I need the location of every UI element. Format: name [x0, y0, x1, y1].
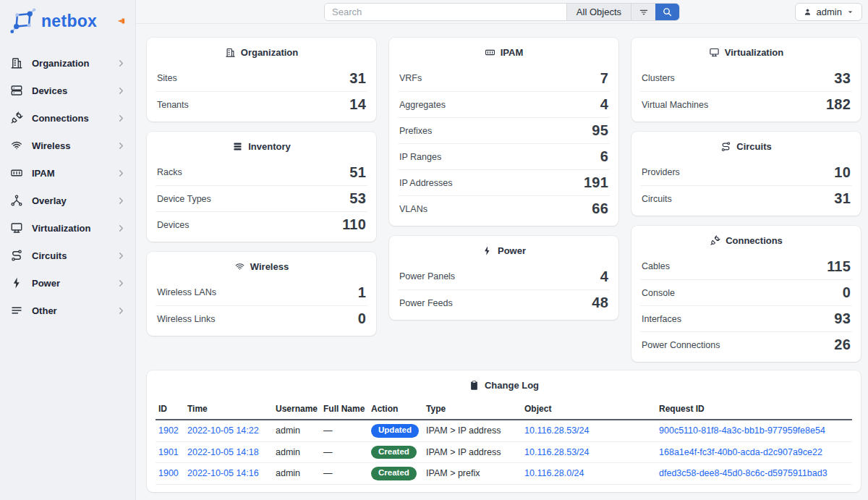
changelog-title: Change Log: [485, 380, 539, 391]
changelog-time-link[interactable]: 2022-10-05 14:16: [187, 468, 259, 478]
changelog-id-link[interactable]: 1901: [158, 447, 179, 457]
netbox-logo[interactable]: [9, 7, 36, 35]
sidebar-item-devices[interactable]: Devices: [0, 77, 135, 104]
stat-value[interactable]: 0: [358, 310, 366, 327]
sidebar-item-wireless[interactable]: Wireless: [0, 132, 135, 159]
stat-value[interactable]: 4: [600, 96, 608, 113]
stat-label: Sites: [157, 73, 177, 83]
card-header: Organization: [147, 38, 376, 65]
stat-label: IP Ranges: [399, 152, 441, 162]
changelog-request-link[interactable]: 168a1e4f-fc3f-40b0-acda-d2c907a9ce22: [659, 447, 822, 457]
changelog-type-cell: IPAM > IP address: [423, 441, 522, 463]
changelog-header: Change Log: [147, 370, 861, 398]
search-input[interactable]: [325, 4, 566, 20]
logo-text[interactable]: netbox: [41, 12, 97, 31]
stat-value[interactable]: 1: [358, 284, 366, 301]
chevron-right-icon: [116, 168, 127, 179]
inventory-card: Inventory Racks 51 Device Types 53 Devic…: [147, 132, 376, 242]
stat-row: Cables 115: [640, 253, 852, 279]
stat-value[interactable]: 7: [600, 70, 608, 87]
changelog-request-cell: dfed3c58-dee8-45d0-8c6c-d5975911bad3: [656, 463, 852, 485]
card-column: Virtualization Clusters 33 Virtual Machi…: [631, 38, 861, 362]
changelog-column-header: Time: [184, 398, 273, 420]
changelog-type-cell: IPAM > prefix: [423, 463, 522, 485]
changelog-column-header: ID: [156, 398, 184, 420]
search-button[interactable]: [655, 4, 679, 20]
changelog-fullname-cell: —: [320, 441, 368, 463]
card-header: Inventory: [147, 132, 376, 159]
sidebar-item-connections[interactable]: Connections: [0, 104, 135, 132]
changelog-object-link[interactable]: 10.116.28.53/24: [524, 425, 589, 436]
stat-value[interactable]: 0: [843, 284, 851, 301]
changelog-object-link[interactable]: 10.116.28.0/24: [524, 468, 584, 478]
user-name: admin: [817, 7, 842, 17]
stat-row: Clusters 33: [640, 65, 852, 91]
card-header: Power: [389, 236, 618, 263]
stat-value[interactable]: 191: [584, 174, 608, 191]
changelog-id-link[interactable]: 1900: [158, 468, 179, 478]
pin-sidebar-icon[interactable]: [116, 16, 127, 26]
stat-row: VRFs 7: [398, 65, 610, 91]
sidebar-item-other[interactable]: Other: [0, 297, 135, 324]
card-title: IPAM: [501, 47, 524, 58]
changelog-id-link[interactable]: 1902: [158, 425, 179, 436]
stat-value[interactable]: 48: [592, 295, 608, 311]
stat-value[interactable]: 10: [834, 164, 851, 181]
wifi-icon: [234, 261, 245, 272]
sidebar-item-organization[interactable]: Organization: [0, 49, 135, 77]
bolt-icon: [482, 245, 493, 256]
changelog-request-link[interactable]: dfed3c58-dee8-45d0-8c6c-d5975911bad3: [659, 468, 827, 478]
changelog-id-cell: 1900: [156, 463, 184, 485]
sidebar-item-circuits[interactable]: Circuits: [0, 242, 135, 269]
ipam-card: IPAM VRFs 7 Aggregates 4 Prefixes 95 IP …: [389, 38, 618, 226]
user-menu-button[interactable]: admin: [795, 3, 862, 21]
sidebar-item-overlay[interactable]: Overlay: [0, 187, 135, 214]
stat-label: Racks: [157, 167, 182, 177]
stat-value[interactable]: 14: [349, 96, 366, 113]
stat-label: Power Feeds: [399, 298, 453, 308]
stat-label: Wireless LANs: [157, 287, 216, 297]
stat-value[interactable]: 110: [342, 216, 366, 233]
card-header: Circuits: [631, 132, 861, 159]
sidebar-item-ipam[interactable]: IPAM: [0, 159, 135, 187]
chevron-right-icon: [116, 305, 127, 316]
stat-value[interactable]: 53: [349, 190, 366, 207]
sidebar-item-power[interactable]: Power: [0, 269, 135, 297]
server-icon: [10, 84, 23, 97]
filter-icon[interactable]: [631, 4, 655, 20]
stat-row: Circuits 31: [640, 185, 852, 211]
stat-value[interactable]: 51: [349, 164, 366, 181]
card-column: IPAM VRFs 7 Aggregates 4 Prefixes 95 IP …: [389, 38, 618, 362]
changelog-type-cell: IPAM > IP address: [423, 420, 522, 441]
sidebar-item-virtualization[interactable]: Virtualization: [0, 214, 135, 242]
stat-value[interactable]: 26: [834, 336, 851, 353]
changelog-time-link[interactable]: 2022-10-05 14:18: [187, 447, 259, 457]
stat-value[interactable]: 31: [834, 190, 851, 207]
stat-value[interactable]: 115: [827, 258, 851, 275]
chevron-right-icon: [116, 195, 127, 206]
stat-value[interactable]: 4: [600, 268, 608, 285]
changelog-request-link[interactable]: 900c5110-81f8-4a3c-bb1b-977959fe8e54: [659, 425, 825, 436]
stat-value[interactable]: 31: [349, 70, 366, 87]
monitor-icon: [10, 221, 23, 234]
circuits-card: Circuits Providers 10 Circuits 31: [631, 132, 861, 216]
stat-value[interactable]: 182: [826, 96, 851, 113]
stat-row: Providers 10: [640, 159, 852, 185]
changelog-row: 19012022-10-05 14:18admin—CreatedIPAM > …: [156, 441, 852, 463]
dashboard-content: Organization Sites 31 Tenants 14 Invento…: [136, 24, 868, 492]
stat-value[interactable]: 93: [834, 310, 851, 327]
changelog-object-link[interactable]: 10.116.28.53/24: [524, 447, 589, 457]
stat-value[interactable]: 6: [600, 148, 608, 165]
chevron-right-icon: [116, 113, 127, 124]
changelog-action-cell: Updated: [368, 420, 423, 441]
object-type-select[interactable]: All Objects: [566, 4, 631, 20]
stat-value[interactable]: 66: [592, 200, 608, 217]
stat-value[interactable]: 33: [834, 70, 851, 87]
stat-label: VLANs: [399, 204, 427, 214]
card-header: Connections: [631, 226, 861, 253]
counter-icon: [10, 166, 23, 179]
stat-value[interactable]: 95: [592, 122, 608, 139]
sidebar-item-label: IPAM: [32, 168, 55, 179]
changelog-time-link[interactable]: 2022-10-05 14:22: [187, 425, 259, 436]
user-icon: [803, 7, 812, 17]
